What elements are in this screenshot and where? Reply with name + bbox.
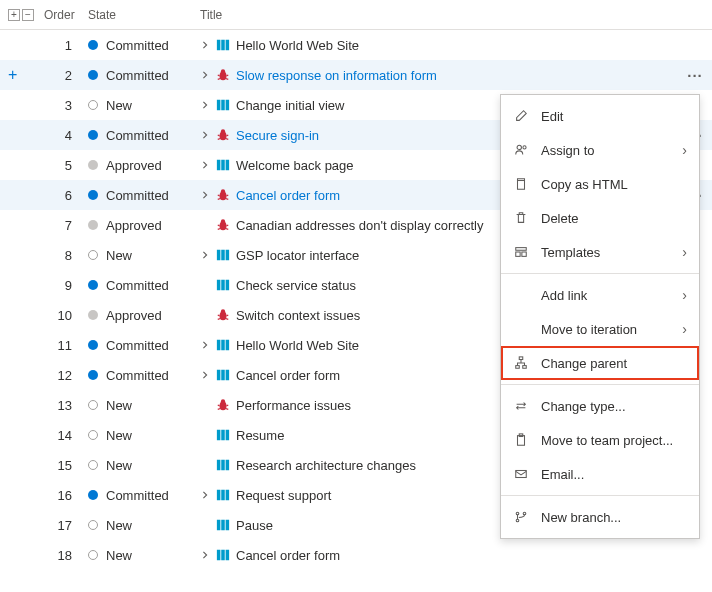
svg-line-25 [218,199,221,200]
menu-templates[interactable]: Templates › [501,235,699,269]
svg-rect-9 [217,100,221,111]
svg-rect-57 [217,430,221,441]
svg-point-72 [517,145,521,149]
title-cell[interactable]: Cancel order form [196,548,678,563]
state-cell: New [84,428,196,443]
title-cell[interactable]: Hello World Web Site [196,38,678,53]
bug-icon [216,398,230,412]
svg-line-30 [227,225,229,226]
title-text[interactable]: Secure sign-in [236,128,319,143]
state-dot-icon [88,310,98,320]
hierarchy-icon [513,355,529,371]
title-text: Pause [236,518,273,533]
state-cell: Committed [84,278,196,293]
order-header[interactable]: Order [44,8,84,22]
title-header[interactable]: Title [196,8,678,22]
menu-copy-html[interactable]: Copy as HTML [501,167,699,201]
table-row[interactable]: 1CommittedHello World Web Site [0,30,712,60]
order-cell: 17 [44,518,84,533]
title-text: Cancel order form [236,368,340,383]
svg-rect-34 [221,250,225,261]
state-dot-icon [88,130,98,140]
svg-rect-20 [226,160,230,171]
chevron-right-icon[interactable] [200,70,210,80]
state-cell: Committed [84,368,196,383]
chevron-right-icon[interactable] [200,550,210,560]
order-cell: 13 [44,398,84,413]
svg-rect-63 [217,490,221,501]
title-text: Resume [236,428,284,443]
pbi-icon [216,38,230,52]
title-text[interactable]: Cancel order form [236,188,340,203]
svg-rect-76 [516,252,520,256]
menu-change-type[interactable]: Change type... [501,389,699,423]
state-header[interactable]: State [84,8,196,22]
state-label: New [106,398,132,413]
state-label: Approved [106,158,162,173]
svg-line-53 [218,405,220,406]
change-type-icon [513,398,529,414]
svg-point-86 [523,512,526,515]
menu-move-team-project[interactable]: Move to team project... [501,423,699,457]
chevron-right-icon[interactable] [200,250,210,260]
chevron-right-icon: › [682,321,687,337]
order-cell: 18 [44,548,84,563]
svg-rect-18 [217,160,221,171]
svg-line-7 [218,79,221,80]
table-row[interactable]: +2CommittedSlow response on information … [0,60,712,90]
menu-separator [501,384,699,385]
context-menu: Edit Assign to › Copy as HTML Delete Tem… [500,94,700,539]
chevron-right-icon[interactable] [200,340,210,350]
svg-rect-69 [217,550,221,561]
order-cell: 8 [44,248,84,263]
chevron-right-icon[interactable] [200,370,210,380]
state-label: New [106,458,132,473]
chevron-right-icon[interactable] [200,160,210,170]
title-text: Research architecture changes [236,458,416,473]
more-actions-button[interactable]: ··· [687,67,703,84]
pbi-icon [216,458,230,472]
title-cell[interactable]: Slow response on information form [196,68,678,83]
menu-new-branch[interactable]: New branch... [501,500,699,534]
state-label: New [106,548,132,563]
menu-change-parent[interactable]: Change parent [501,346,699,380]
add-icon[interactable]: + [8,66,17,84]
pbi-icon [216,428,230,442]
expand-collapse-header[interactable]: + − [0,9,44,21]
svg-line-43 [218,319,221,320]
svg-rect-37 [221,280,225,291]
svg-rect-81 [518,436,525,446]
svg-rect-74 [518,181,525,190]
state-label: Committed [106,68,169,83]
svg-rect-10 [221,100,225,111]
menu-email[interactable]: Email... [501,457,699,491]
menu-edit[interactable]: Edit [501,99,699,133]
edit-icon [513,108,529,124]
menu-delete[interactable]: Delete [501,201,699,235]
title-text[interactable]: Slow response on information form [236,68,437,83]
chevron-right-icon[interactable] [200,40,210,50]
order-cell: 3 [44,98,84,113]
state-dot-icon [88,520,98,530]
expand-all-icon[interactable]: + [8,9,20,21]
menu-move-iteration[interactable]: Move to iteration › [501,312,699,346]
svg-rect-64 [221,490,225,501]
state-dot-icon [88,400,98,410]
title-text: Cancel order form [236,548,340,563]
title-text: GSP locator interface [236,248,359,263]
table-row[interactable]: 18NewCancel order form [0,540,712,570]
chevron-right-icon[interactable] [200,130,210,140]
table-header: + − Order State Title [0,0,712,30]
menu-assign-to[interactable]: Assign to › [501,133,699,167]
svg-line-8 [226,79,229,80]
svg-line-31 [218,229,221,230]
pbi-icon [216,488,230,502]
order-cell: 2 [44,68,84,83]
chevron-right-icon[interactable] [200,100,210,110]
svg-line-17 [226,139,229,140]
collapse-all-icon[interactable]: − [22,9,34,21]
chevron-right-icon[interactable] [200,190,210,200]
chevron-right-icon[interactable] [200,490,210,500]
menu-add-link[interactable]: Add link › [501,278,699,312]
svg-line-15 [227,135,229,136]
